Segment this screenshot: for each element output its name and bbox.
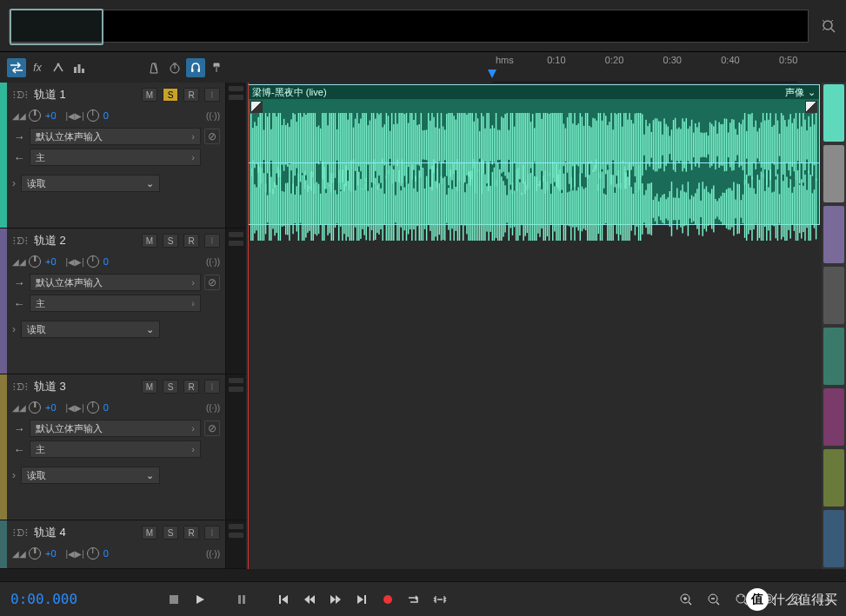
- track-name[interactable]: 轨道 2: [34, 233, 137, 248]
- overview-range-handle[interactable]: [10, 9, 103, 45]
- loop-tool-icon[interactable]: [7, 58, 26, 77]
- track-color-strip[interactable]: [0, 520, 7, 568]
- stereo-link-icon[interactable]: ((·)): [206, 111, 220, 121]
- volume-knob[interactable]: [29, 109, 41, 122]
- skip-end-button[interactable]: [351, 589, 372, 610]
- automation-mode-select[interactable]: 读取⌄: [21, 467, 160, 484]
- stop-button[interactable]: [163, 589, 184, 610]
- zoom-in-h-icon[interactable]: [676, 589, 696, 610]
- envelope-tool-icon[interactable]: [49, 58, 68, 77]
- headphone-icon[interactable]: [186, 58, 205, 77]
- track-color-swatch[interactable]: [823, 449, 844, 507]
- fade-out-handle[interactable]: [805, 101, 817, 113]
- volume-knob[interactable]: [29, 401, 41, 414]
- play-button[interactable]: [190, 589, 210, 610]
- monitor-input-button[interactable]: I: [204, 88, 220, 102]
- automation-mode-select[interactable]: 读取⌄: [21, 321, 160, 338]
- arm-record-button[interactable]: R: [183, 88, 199, 102]
- zoom-in-v-icon[interactable]: [787, 589, 808, 610]
- pause-button[interactable]: [231, 589, 252, 610]
- track-color-swatch[interactable]: [823, 145, 844, 202]
- phase-button[interactable]: ⊘: [204, 421, 220, 436]
- expand-chevron-icon[interactable]: ›: [12, 323, 16, 335]
- zoom-selection-icon[interactable]: [759, 589, 780, 610]
- audio-clip[interactable]: 梁博-黑夜中 (live) 声像 ⌄: [248, 84, 820, 225]
- track-color-swatch[interactable]: [823, 84, 844, 142]
- arm-record-button[interactable]: R: [183, 380, 199, 394]
- expand-chevron-icon[interactable]: ›: [12, 469, 16, 481]
- stereo-link-icon[interactable]: ((·)): [206, 403, 220, 413]
- track-color-strip[interactable]: [0, 229, 7, 374]
- clip-header[interactable]: 梁博-黑夜中 (live) 声像 ⌄: [249, 85, 819, 99]
- monitor-input-button[interactable]: I: [204, 380, 220, 394]
- solo-button[interactable]: S: [163, 234, 178, 248]
- pan-knob[interactable]: [87, 255, 99, 268]
- pan-value[interactable]: 0: [103, 256, 109, 267]
- track-color-swatch[interactable]: [823, 267, 844, 324]
- automation-mode-select[interactable]: 读取⌄: [21, 175, 160, 192]
- zoom-bracket-icon[interactable]: { }: [815, 589, 836, 610]
- track-name[interactable]: 轨道 4: [34, 525, 137, 540]
- fade-in-handle[interactable]: [250, 101, 263, 113]
- pan-knob[interactable]: [87, 109, 99, 122]
- solo-button[interactable]: S: [163, 380, 178, 394]
- output-select[interactable]: 主›: [30, 149, 201, 166]
- track-color-swatch[interactable]: [823, 328, 844, 385]
- volume-value[interactable]: +0: [45, 110, 57, 121]
- track-name[interactable]: 轨道 3: [34, 379, 137, 394]
- phase-button[interactable]: ⊘: [204, 275, 220, 290]
- pan-value[interactable]: 0: [103, 548, 109, 559]
- monitor-input-button[interactable]: I: [204, 234, 220, 248]
- volume-value[interactable]: +0: [45, 402, 57, 413]
- pan-knob[interactable]: [87, 401, 99, 414]
- pan-value[interactable]: 0: [103, 110, 109, 121]
- arm-record-button[interactable]: R: [183, 234, 199, 248]
- input-select[interactable]: 默认立体声输入›: [30, 420, 201, 437]
- metronome-icon[interactable]: [144, 58, 163, 77]
- marker-tool-icon[interactable]: [207, 58, 226, 77]
- mute-button[interactable]: M: [142, 234, 157, 248]
- volume-value[interactable]: +0: [45, 256, 57, 267]
- countdown-icon[interactable]: [165, 58, 184, 77]
- stereo-link-icon[interactable]: ((·)): [206, 257, 220, 267]
- fx-tool-icon[interactable]: fx: [28, 58, 47, 77]
- track-color-swatch[interactable]: [823, 510, 844, 567]
- clip-pan-label[interactable]: 声像: [785, 86, 804, 99]
- mute-button[interactable]: M: [142, 380, 157, 394]
- playhead-marker[interactable]: [492, 70, 496, 78]
- track-color-strip[interactable]: [0, 83, 7, 228]
- monitor-input-button[interactable]: I: [204, 526, 220, 540]
- input-select[interactable]: 默认立体声输入›: [30, 274, 201, 291]
- playhead-line[interactable]: [248, 83, 249, 569]
- zoom-out-h-icon[interactable]: [703, 589, 724, 610]
- timeline-area[interactable]: 梁博-黑夜中 (live) 声像 ⌄: [246, 83, 822, 569]
- zoom-fit-icon[interactable]: [731, 589, 752, 610]
- chevron-down-icon[interactable]: ⌄: [808, 87, 816, 98]
- volume-knob[interactable]: [29, 547, 41, 560]
- track-name[interactable]: 轨道 1: [34, 87, 137, 103]
- mixer-tool-icon[interactable]: [70, 58, 89, 77]
- rewind-button[interactable]: [299, 589, 320, 610]
- timeline-ruler[interactable]: hms 0:10 0:20 0:30 0:40 0:50: [492, 52, 797, 83]
- pan-knob[interactable]: [87, 547, 99, 560]
- volume-knob[interactable]: [29, 255, 41, 268]
- overview-waveform[interactable]: [9, 10, 809, 43]
- track-color-strip[interactable]: [0, 374, 7, 520]
- solo-button[interactable]: S: [163, 526, 178, 540]
- output-select[interactable]: 主›: [30, 295, 201, 312]
- mute-button[interactable]: M: [142, 526, 157, 540]
- solo-button[interactable]: S: [163, 88, 178, 102]
- forward-button[interactable]: [325, 589, 346, 610]
- track-color-swatch[interactable]: [823, 388, 844, 446]
- mute-button[interactable]: M: [142, 88, 157, 102]
- skip-start-button[interactable]: [273, 589, 294, 610]
- timecode-display[interactable]: 0:00.000: [10, 591, 158, 607]
- track-color-swatch[interactable]: [823, 206, 844, 263]
- loop-playback-button[interactable]: [403, 589, 424, 610]
- record-button[interactable]: [377, 589, 398, 610]
- zoom-reset-icon[interactable]: [820, 17, 837, 35]
- output-select[interactable]: 主›: [30, 440, 201, 458]
- input-select[interactable]: 默认立体声输入›: [30, 128, 201, 145]
- volume-value[interactable]: +0: [45, 548, 57, 559]
- stereo-link-icon[interactable]: ((·)): [206, 549, 220, 559]
